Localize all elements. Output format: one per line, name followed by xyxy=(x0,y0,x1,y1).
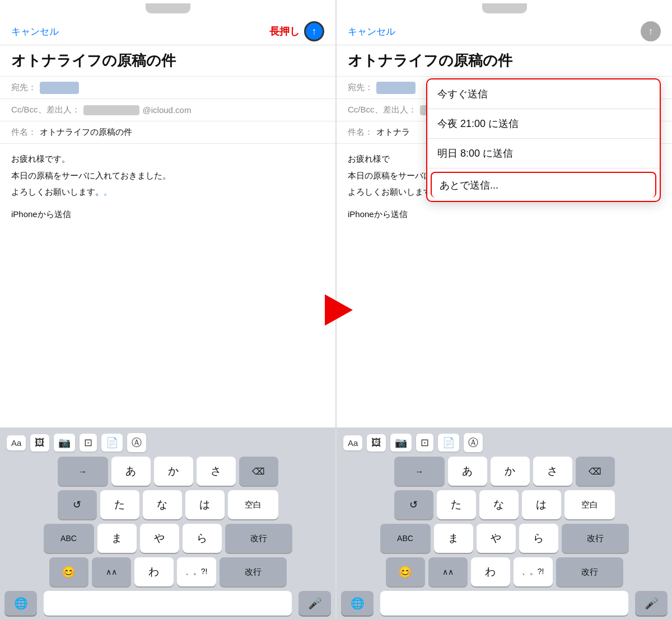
left-kb-ka-key[interactable]: か xyxy=(154,457,193,486)
left-send-area: 長押し ↑ xyxy=(269,21,324,41)
right-kb-sa-key[interactable]: さ xyxy=(533,457,572,486)
dropdown-item-tomorrow[interactable]: 明日 8:00 に送信 xyxy=(427,139,660,168)
right-send-area: ↑ xyxy=(641,21,661,41)
left-body-line3-text: よろしくお願いします。 xyxy=(11,187,104,196)
left-kb-row1: → あ か さ ⌫ xyxy=(4,457,331,486)
left-kb-camera-btn[interactable]: 📷 xyxy=(54,434,75,452)
left-kb-doc-btn[interactable]: 📄 xyxy=(101,434,123,452)
send-dropdown-menu: 今すぐ送信 今夜 21:00 に送信 明日 8:00 に送信 あとで送信... xyxy=(426,78,661,202)
right-kb-space-key[interactable]: 空白 xyxy=(564,490,615,519)
right-kb-globe-btn[interactable]: 🌐 xyxy=(341,591,374,616)
left-kb-space-key[interactable]: 空白 xyxy=(228,490,278,519)
right-kb-row1: → あ か さ ⌫ xyxy=(341,457,668,486)
right-kb-toolbar: Aa 🖼 📷 ⊡ 📄 Ⓐ xyxy=(339,431,670,455)
left-mail-header: キャンセル 長押し ↑ xyxy=(0,17,335,45)
right-top-bar xyxy=(337,0,672,17)
left-kb-bottom-row: 🌐 🎤 xyxy=(2,589,333,619)
right-send-icon: ↑ xyxy=(648,26,654,37)
right-kb-ma-key[interactable]: ま xyxy=(434,524,473,553)
left-kb-return-key[interactable]: 改行 xyxy=(225,524,292,553)
right-kb-abc-key[interactable]: ABC xyxy=(380,524,431,553)
left-keyboard: Aa 🖼 📷 ⊡ 📄 Ⓐ → あ か さ ⌫ ↺ た な は 空白 xyxy=(0,428,335,620)
left-kb-ya-key[interactable]: や xyxy=(140,524,179,553)
left-kb-punct-key[interactable]: 、。?! xyxy=(177,557,216,586)
left-send-icon: ↑ xyxy=(312,26,317,37)
left-cc-value-text: @icloud.com xyxy=(143,105,192,115)
left-kb-photo-btn[interactable]: 🖼 xyxy=(30,434,49,452)
right-body-line1-text: お疲れ様で xyxy=(348,154,390,163)
left-kb-wave-key[interactable]: ∧∧ xyxy=(92,557,131,586)
left-kb-a-key[interactable]: あ xyxy=(111,457,151,486)
right-kb-ka-key[interactable]: か xyxy=(491,457,530,486)
dropdown-item-tonight[interactable]: 今夜 21:00 に送信 xyxy=(427,109,660,139)
left-kb-na-key[interactable]: な xyxy=(143,490,182,519)
right-send-button[interactable]: ↑ xyxy=(641,21,661,41)
right-kb-photo-btn[interactable]: 🖼 xyxy=(367,434,386,452)
left-kb-globe-btn[interactable]: 🌐 xyxy=(4,591,37,616)
right-kb-wa-key[interactable]: わ xyxy=(471,557,510,586)
left-kb-sa-key[interactable]: さ xyxy=(197,457,236,486)
right-kb-emoji-key[interactable]: 😊 xyxy=(386,557,425,586)
left-kb-toolbar: Aa 🖼 📷 ⊡ 📄 Ⓐ xyxy=(2,431,333,455)
right-mail-header: キャンセル ↑ xyxy=(337,17,672,45)
left-kb-return-key2[interactable]: 改行 xyxy=(220,557,287,586)
right-kb-undo-key[interactable]: ↺ xyxy=(394,490,433,519)
left-kb-ra-key[interactable]: ら xyxy=(183,524,222,553)
right-kb-arrow-key[interactable]: → xyxy=(394,457,445,486)
right-subject-label: 件名： xyxy=(348,127,373,138)
right-cancel-button[interactable]: キャンセル xyxy=(348,25,395,38)
left-body-line3: よろしくお願いします。。 xyxy=(11,185,324,199)
left-kb-abc-key[interactable]: ABC xyxy=(44,524,94,553)
left-send-button[interactable]: ↑ xyxy=(304,21,324,41)
right-kb-ta-key[interactable]: た xyxy=(437,490,476,519)
left-cc-value-block xyxy=(83,105,139,115)
left-kb-row3: ABC ま や ら 改行 xyxy=(4,524,331,553)
left-kb-space-wide-btn[interactable] xyxy=(44,591,292,616)
dropdown-item-later[interactable]: あとで送信... xyxy=(431,172,656,198)
left-kb-row2: ↺ た な は 空白 xyxy=(4,490,331,519)
right-kb-ra-key[interactable]: ら xyxy=(519,524,558,553)
right-kb-a-key[interactable]: あ xyxy=(448,457,487,486)
left-mail-body: お疲れ様です。 本日の原稿をサーバに入れておきました。 よろしくお願いします。。… xyxy=(0,144,335,231)
right-kb-aa-btn[interactable]: Aa xyxy=(343,435,362,450)
right-subject-text: オトナライフの原稿の件 xyxy=(348,51,661,71)
right-kb-na-key[interactable]: な xyxy=(479,490,519,519)
right-kb-return-key2[interactable]: 改行 xyxy=(556,557,623,586)
left-kb-ma-key[interactable]: ま xyxy=(97,524,137,553)
right-cc-label: Cc/Bcc、差出人： xyxy=(348,105,417,115)
right-subject-value-text: オトナラ xyxy=(376,127,410,137)
right-kb-mic-btn[interactable]: 🎤 xyxy=(635,591,668,616)
right-kb-wave-key[interactable]: ∧∧ xyxy=(428,557,468,586)
right-kb-punct-key[interactable]: 、。?! xyxy=(514,557,553,586)
right-kb-scan-btn[interactable]: ⊡ xyxy=(416,434,433,452)
transition-arrow-container xyxy=(325,294,353,326)
left-kb-arrow-key[interactable]: → xyxy=(58,457,108,486)
left-kb-format-btn[interactable]: Ⓐ xyxy=(127,433,146,452)
right-keyboard: Aa 🖼 📷 ⊡ 📄 Ⓐ → あ か さ ⌫ ↺ た な は 空白 xyxy=(337,428,672,620)
left-kb-emoji-key[interactable]: 😊 xyxy=(49,557,88,586)
left-mail-area: キャンセル 長押し ↑ オトナライフの原稿の件 宛先： Cc/Bcc、差出人： … xyxy=(0,17,335,428)
left-kb-undo-key[interactable]: ↺ xyxy=(58,490,97,519)
left-to-value-block xyxy=(40,82,79,94)
right-kb-format-btn[interactable]: Ⓐ xyxy=(464,433,483,452)
right-kb-space-wide-btn[interactable] xyxy=(380,591,628,616)
left-cancel-button[interactable]: キャンセル xyxy=(11,25,59,38)
right-kb-return-key[interactable]: 改行 xyxy=(562,524,629,553)
left-kb-aa-btn[interactable]: Aa xyxy=(7,435,26,450)
right-kb-camera-btn[interactable]: 📷 xyxy=(390,434,412,452)
left-kb-ha-key[interactable]: は xyxy=(185,490,225,519)
left-kb-ta-key[interactable]: た xyxy=(100,490,139,519)
left-kb-backspace-key[interactable]: ⌫ xyxy=(239,457,278,486)
right-kb-doc-btn[interactable]: 📄 xyxy=(438,434,459,452)
left-body-line2: 本日の原稿をサーバに入れておきました。 xyxy=(11,168,324,183)
right-kb-ya-key[interactable]: や xyxy=(477,524,516,553)
left-kb-scan-btn[interactable]: ⊡ xyxy=(80,434,97,452)
left-kb-wa-key[interactable]: わ xyxy=(134,557,174,586)
right-kb-ha-key[interactable]: は xyxy=(522,490,561,519)
right-kb-row2: ↺ た な は 空白 xyxy=(341,490,668,519)
left-kb-mic-btn[interactable]: 🎤 xyxy=(298,591,331,616)
right-kb-backspace-key[interactable]: ⌫ xyxy=(576,457,615,486)
right-mail-area: キャンセル ↑ オトナライフの原稿の件 宛先： Cc/Bcc、差出人： 件名： … xyxy=(337,17,672,428)
dropdown-item-now[interactable]: 今すぐ送信 xyxy=(427,79,660,109)
left-subject-text: オトナライフの原稿の件 xyxy=(11,51,324,71)
